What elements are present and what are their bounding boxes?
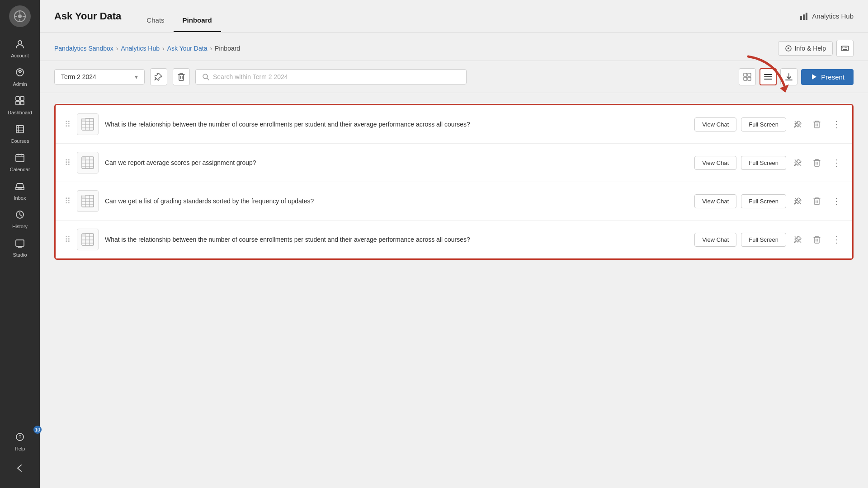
present-label: Present xyxy=(821,73,844,81)
svg-rect-59 xyxy=(82,118,85,122)
breadcrumb-actions: Info & Help xyxy=(778,40,854,57)
info-help-btn[interactable]: Info & Help xyxy=(778,41,833,56)
item-text-3: Can we get a list of grading standards s… xyxy=(105,197,688,206)
term-selector[interactable]: Term 2 2024 ▾ xyxy=(54,69,145,84)
info-help-label: Info & Help xyxy=(795,45,826,52)
sidebar-item-admin[interactable]: Admin xyxy=(0,63,40,91)
breadcrumb-sep-3: › xyxy=(210,45,212,52)
top-nav: Ask Your Data Chats Pinboard Analytics H… xyxy=(40,0,868,33)
svg-rect-79 xyxy=(82,195,85,198)
full-screen-btn-1[interactable]: Full Screen xyxy=(741,117,786,131)
tab-pinboard[interactable]: Pinboard xyxy=(174,0,221,32)
more-options-btn-4[interactable]: ⋮ xyxy=(829,232,843,247)
more-options-btn-1[interactable]: ⋮ xyxy=(829,117,843,131)
trash-icon-4 xyxy=(813,235,821,244)
view-chat-btn-4[interactable]: View Chat xyxy=(694,233,736,247)
sidebar-item-dashboard[interactable]: Dashboard xyxy=(0,91,40,120)
analytics-hub-label: Analytics Hub xyxy=(812,12,854,20)
grid-view-btn[interactable] xyxy=(739,68,756,85)
sidebar-item-history[interactable]: History xyxy=(0,205,40,234)
sidebar-item-help[interactable]: ? 10 Help xyxy=(0,427,40,456)
delete-btn[interactable] xyxy=(173,68,190,85)
delete-item-btn-1[interactable] xyxy=(810,117,824,131)
item-text-2: Can we report average scores per assignm… xyxy=(105,158,688,168)
list-view-btn[interactable] xyxy=(760,68,777,85)
download-btn[interactable] xyxy=(780,68,797,85)
unpin-btn-3[interactable] xyxy=(791,194,805,208)
unpin-btn-2[interactable] xyxy=(791,155,805,170)
analytics-hub-btn[interactable]: Analytics Hub xyxy=(799,12,854,21)
drag-handle-1[interactable]: ⠿ xyxy=(65,119,71,129)
view-chat-btn-3[interactable]: View Chat xyxy=(694,194,736,208)
svg-point-32 xyxy=(788,47,789,49)
sidebar-item-account-label: Account xyxy=(11,53,29,58)
unpin-btn-1[interactable] xyxy=(791,117,805,131)
sidebar-item-account[interactable]: Account xyxy=(0,34,40,63)
calendar-icon xyxy=(15,153,25,165)
trash-icon xyxy=(178,73,185,81)
svg-rect-46 xyxy=(744,77,747,80)
tab-chats[interactable]: Chats xyxy=(137,0,173,32)
sidebar-logo[interactable] xyxy=(9,5,31,27)
breadcrumb-hub[interactable]: Analytics Hub xyxy=(121,45,160,52)
sidebar-item-inbox[interactable]: Inbox xyxy=(0,177,40,205)
delete-item-btn-2[interactable] xyxy=(810,155,824,170)
item-icon-2 xyxy=(77,152,99,174)
drag-handle-2[interactable]: ⠿ xyxy=(65,158,71,168)
sidebar-item-history-label: History xyxy=(12,224,28,229)
breadcrumb-sandbox[interactable]: Pandalytics Sandbox xyxy=(54,45,113,52)
view-chat-btn-2[interactable]: View Chat xyxy=(694,156,736,170)
svg-rect-23 xyxy=(16,240,24,246)
svg-rect-17 xyxy=(16,155,24,162)
item-icon-4 xyxy=(77,229,99,250)
svg-point-8 xyxy=(19,71,21,73)
more-options-btn-3[interactable]: ⋮ xyxy=(829,194,843,208)
sidebar-collapse-btn[interactable] xyxy=(8,456,32,483)
keyboard-btn[interactable] xyxy=(836,40,854,57)
svg-point-6 xyxy=(18,41,22,44)
view-chat-btn-1[interactable]: View Chat xyxy=(694,117,736,131)
search-icon xyxy=(202,73,209,80)
item-text-4: What is the relationship between the num… xyxy=(105,235,688,244)
svg-rect-12 xyxy=(20,101,24,105)
table-icon-2 xyxy=(80,155,95,170)
full-screen-btn-2[interactable]: Full Screen xyxy=(741,156,786,170)
main-content: Ask Your Data Chats Pinboard Analytics H… xyxy=(40,0,868,488)
full-screen-btn-3[interactable]: Full Screen xyxy=(741,194,786,208)
table-icon-4 xyxy=(80,232,95,247)
sidebar-item-studio[interactable]: Studio xyxy=(0,234,40,262)
unpin-icon-4 xyxy=(794,235,802,244)
account-icon xyxy=(15,39,25,51)
full-screen-btn-4[interactable]: Full Screen xyxy=(741,233,786,247)
breadcrumb-ayd[interactable]: Ask Your Data xyxy=(167,45,208,52)
unpin-icon-1 xyxy=(794,120,802,128)
drag-handle-3[interactable]: ⠿ xyxy=(65,196,71,206)
sidebar-item-calendar[interactable]: Calendar xyxy=(0,148,40,177)
list-icon xyxy=(764,73,772,81)
sidebar-item-courses[interactable]: Courses xyxy=(0,120,40,148)
courses-icon xyxy=(15,124,25,136)
trash-icon-3 xyxy=(813,197,821,205)
delete-item-btn-4[interactable] xyxy=(810,232,824,247)
search-box[interactable]: Search within Term 2 2024 xyxy=(195,69,467,84)
top-nav-right: Analytics Hub xyxy=(799,12,854,21)
pin-btn[interactable] xyxy=(150,68,167,85)
item-text-1: What is the relationship between the num… xyxy=(105,120,688,129)
svg-point-1 xyxy=(18,14,22,18)
sidebar-item-dashboard-label: Dashboard xyxy=(8,110,32,115)
present-btn[interactable]: Present xyxy=(801,69,854,85)
sidebar: Account Admin Dashboard Courses Calendar… xyxy=(0,0,40,488)
table-icon-1 xyxy=(80,117,95,131)
unpin-btn-4[interactable] xyxy=(791,232,805,247)
sidebar-item-inbox-label: Inbox xyxy=(14,195,26,201)
trash-icon-2 xyxy=(813,159,821,167)
more-options-btn-2[interactable]: ⋮ xyxy=(829,155,843,170)
item-actions-1: View Chat Full Screen xyxy=(694,117,843,131)
drag-handle-4[interactable]: ⠿ xyxy=(65,235,71,244)
list-item: ⠿ Can we get a list of grading standards… xyxy=(56,182,852,221)
sidebar-item-admin-label: Admin xyxy=(13,81,27,87)
svg-line-42 xyxy=(207,78,209,80)
delete-item-btn-3[interactable] xyxy=(810,194,824,208)
sidebar-item-studio-label: Studio xyxy=(13,252,27,258)
list-item: ⠿ Can we report average scores per assig… xyxy=(56,144,852,182)
